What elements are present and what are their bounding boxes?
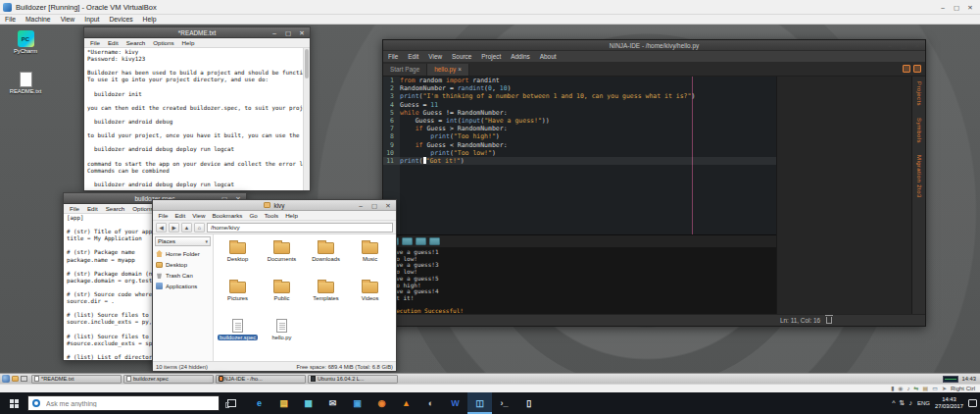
file-item-documents[interactable]: Documents (260, 237, 304, 277)
vbox-menu-file[interactable]: File (0, 16, 21, 23)
fm-menu-edit[interactable]: Edit (172, 212, 189, 219)
taskbar-photos-icon[interactable]: ▣ (345, 392, 369, 414)
taskbar-virtualbox-icon[interactable]: ◫ (467, 392, 492, 414)
vm-desktop[interactable]: PCPyCharmREADME.txt *README.txt –▢✕ File… (0, 25, 980, 384)
vm-window-button-ninja-ide-ho[interactable]: NINJA-IDE - /ho... (216, 375, 306, 384)
ninja-menu-addins[interactable]: Addins (506, 53, 535, 60)
file-item-pictures[interactable]: Pictures (216, 277, 260, 316)
file-item-public[interactable]: Public (260, 277, 304, 316)
readme-scrollbar[interactable] (303, 48, 310, 190)
close-button[interactable]: ✕ (381, 200, 395, 211)
place-trash-can[interactable]: Trash Can (153, 270, 213, 281)
place-home-folder[interactable]: Home Folder (153, 248, 213, 259)
minimize-button[interactable]: – (883, 40, 897, 51)
file-item-templates[interactable]: Templates (304, 277, 348, 316)
task-view-button[interactable] (220, 392, 243, 414)
place-applications[interactable]: Applications (153, 281, 213, 291)
follow-mode-icon[interactable] (913, 65, 921, 73)
trash-icon[interactable] (826, 317, 832, 324)
fm-menu-file[interactable]: File (155, 212, 172, 219)
code-line[interactable]: 4Guess = 11 (383, 101, 776, 109)
maximize-button[interactable]: ▢ (368, 200, 381, 211)
readme-menu-file[interactable]: File (86, 39, 104, 46)
fm-menu-bookmarks[interactable]: Bookmarks (209, 212, 246, 219)
readme-menu-options[interactable]: Options (149, 39, 177, 46)
readme-scrollbar-thumb[interactable] (305, 49, 309, 78)
ninja-menu-edit[interactable]: Edit (403, 53, 423, 60)
virtualbox-titlebar[interactable]: Buildozer [Running] - Oracle VM VirtualB… (0, 0, 980, 15)
tab-start-page[interactable]: Start Page (383, 64, 427, 76)
minimize-button[interactable]: – (354, 200, 368, 211)
fm-menu-view[interactable]: View (189, 212, 209, 219)
code-line[interactable]: 6 Guess = int(input("Have a guess!")) (383, 117, 776, 125)
readme-menu-edit[interactable]: Edit (104, 39, 122, 46)
vm-window-button-ubuntu-16-04-2-l[interactable]: Ubuntu 16.04.2 L... (308, 375, 398, 384)
code-line[interactable]: 3print("I'm thinking of a number between… (383, 92, 776, 100)
code-line[interactable]: 5while Guess != RandomNumber: (383, 109, 776, 117)
taskbar-firefox-icon[interactable]: ◉ (369, 392, 394, 414)
start-button[interactable] (0, 392, 27, 414)
vm-window-button-buildozer-spec[interactable]: buildozer.spec (123, 375, 214, 384)
taskbar-terminal-icon[interactable]: ›_ (492, 392, 516, 414)
file-item-desktop[interactable]: Desktop (216, 237, 260, 277)
close-tab-icon[interactable]: × (458, 66, 462, 73)
readme-titlebar[interactable]: *README.txt –▢✕ (84, 27, 310, 38)
vbox-menu-machine[interactable]: Machine (21, 16, 56, 23)
side-tab-symbols[interactable]: Symbols (916, 118, 922, 143)
volume-icon[interactable]: ♪ (908, 399, 912, 407)
ninja-menu-about[interactable]: About (535, 53, 562, 60)
places-combo[interactable]: Places ▾ (155, 236, 211, 246)
vm-start-menu-icon[interactable] (2, 375, 10, 383)
action-center-icon[interactable] (968, 399, 977, 407)
minimize-button[interactable]: – (936, 2, 950, 13)
side-tab-migration-2to3[interactable]: Migration 2to3 (916, 155, 922, 198)
find-in-files-icon[interactable] (429, 237, 440, 245)
close-button[interactable]: ✕ (910, 40, 924, 51)
code-line[interactable]: 8 print("Too high!") (383, 132, 776, 140)
taskbar-mail-icon[interactable]: ✉ (320, 392, 345, 414)
file-item-music[interactable]: Music (348, 237, 392, 277)
code-line[interactable]: 10 print("Too low!") (383, 149, 776, 157)
web-preview-icon[interactable] (416, 237, 426, 245)
up-icon[interactable]: ▲ (181, 223, 192, 233)
forward-icon[interactable]: ▶ (169, 223, 179, 233)
network-icon[interactable]: ⇅ (900, 399, 906, 407)
fm-menu-go[interactable]: Go (246, 212, 261, 219)
maximize-button[interactable]: ▢ (897, 40, 910, 51)
file-item-downloads[interactable]: Downloads (304, 237, 348, 277)
file-item-buildozer-spec[interactable]: buildozer.spec (216, 316, 260, 355)
taskbar-search[interactable] (27, 395, 220, 411)
taskbar-file-explorer-icon[interactable]: ▤ (271, 392, 296, 414)
ninja-menu-file[interactable]: File (383, 53, 403, 60)
path-bar[interactable] (207, 223, 393, 233)
tab-hello-py[interactable]: hello.py× (427, 64, 469, 76)
vbox-menu-input[interactable]: Input (79, 16, 104, 23)
fm-menu-tools[interactable]: Tools (261, 212, 281, 219)
code-line[interactable]: 2RandomNumber = randint(0, 10) (383, 84, 776, 92)
run-tab-icon[interactable] (402, 237, 413, 245)
ninja-menu-source[interactable]: Source (447, 53, 476, 60)
desktop-icon-pycharm[interactable]: PCPyCharm (2, 30, 49, 55)
search-input[interactable] (44, 399, 215, 408)
place-desktop[interactable]: Desktop (153, 259, 213, 270)
maximize-button[interactable]: ▢ (950, 2, 963, 13)
taskbar-vlc-icon[interactable]: ▲ (394, 392, 418, 414)
taskbar-word-icon[interactable]: W (443, 392, 467, 414)
vbox-menu-help[interactable]: Help (138, 16, 162, 23)
ninja-menu-view[interactable]: View (423, 53, 447, 60)
vbox-menu-devices[interactable]: Devices (104, 16, 137, 23)
spec-menu-file[interactable]: File (66, 205, 83, 212)
close-button[interactable]: ✕ (295, 27, 309, 38)
code-line[interactable]: 9 if Guess < RandomNumber: (383, 141, 776, 149)
taskbar-store-icon[interactable]: ▦ (296, 392, 320, 414)
spec-menu-search[interactable]: Search (102, 205, 129, 212)
chevron-up-icon[interactable]: ^ (892, 399, 895, 407)
readme-text-area[interactable]: *Username: kivyPassword: kivy123 Buildoz… (84, 48, 310, 190)
file-manager-titlebar[interactable]: kivy –▢✕ (153, 200, 396, 211)
minimize-button[interactable]: – (268, 27, 281, 38)
fm-menu-help[interactable]: Help (282, 212, 302, 219)
language-indicator[interactable]: ENG (917, 400, 930, 406)
code-line[interactable]: 11print("Got it!") (383, 157, 776, 165)
desktop-icon-readme-txt[interactable]: README.txt (2, 72, 49, 95)
clock[interactable]: 14:43 27/03/2017 (935, 396, 963, 410)
